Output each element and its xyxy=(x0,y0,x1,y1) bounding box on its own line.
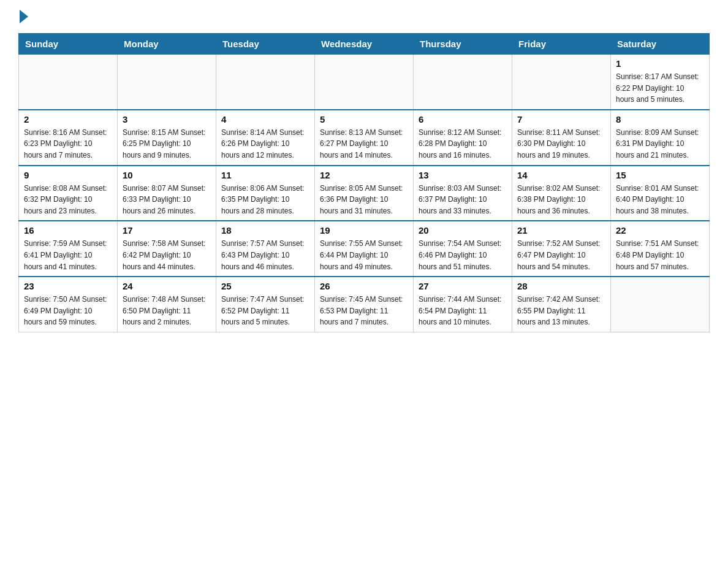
day-number: 9 xyxy=(24,170,112,180)
day-info: Sunrise: 8:13 AM Sunset: 6:27 PM Dayligh… xyxy=(320,127,408,161)
day-number: 24 xyxy=(123,281,211,291)
calendar-cell-week1-day5 xyxy=(414,55,512,110)
calendar-cell-week3-day7: 15Sunrise: 8:01 AM Sunset: 6:40 PM Dayli… xyxy=(611,166,710,221)
logo-arrow-icon xyxy=(20,10,28,23)
day-number: 20 xyxy=(419,225,507,236)
calendar-cell-week2-day5: 6Sunrise: 8:12 AM Sunset: 6:28 PM Daylig… xyxy=(414,110,512,166)
day-info: Sunrise: 8:09 AM Sunset: 6:31 PM Dayligh… xyxy=(616,127,704,161)
day-info: Sunrise: 8:14 AM Sunset: 6:26 PM Dayligh… xyxy=(221,127,309,161)
day-number: 26 xyxy=(320,281,408,291)
day-info: Sunrise: 7:47 AM Sunset: 6:52 PM Dayligh… xyxy=(221,294,309,328)
day-info: Sunrise: 8:07 AM Sunset: 6:33 PM Dayligh… xyxy=(123,183,211,217)
day-number: 19 xyxy=(320,225,408,236)
day-number: 11 xyxy=(221,170,309,180)
page-header xyxy=(18,12,710,23)
day-info: Sunrise: 8:02 AM Sunset: 6:38 PM Dayligh… xyxy=(517,183,605,217)
calendar-cell-week2-day1: 2Sunrise: 8:16 AM Sunset: 6:23 PM Daylig… xyxy=(19,110,118,166)
day-number: 14 xyxy=(517,170,605,180)
logo xyxy=(18,12,28,23)
calendar-week-row-5: 23Sunrise: 7:50 AM Sunset: 6:49 PM Dayli… xyxy=(19,277,710,332)
calendar-cell-week3-day5: 13Sunrise: 8:03 AM Sunset: 6:37 PM Dayli… xyxy=(414,166,512,221)
day-info: Sunrise: 7:59 AM Sunset: 6:41 PM Dayligh… xyxy=(24,238,112,272)
weekday-header-wednesday: Wednesday xyxy=(315,34,414,55)
calendar-week-row-1: 1Sunrise: 8:17 AM Sunset: 6:22 PM Daylig… xyxy=(19,55,710,110)
calendar-cell-week5-day2: 24Sunrise: 7:48 AM Sunset: 6:50 PM Dayli… xyxy=(118,277,216,332)
calendar-cell-week5-day7 xyxy=(611,277,710,332)
day-info: Sunrise: 7:57 AM Sunset: 6:43 PM Dayligh… xyxy=(221,238,309,272)
calendar-cell-week2-day3: 4Sunrise: 8:14 AM Sunset: 6:26 PM Daylig… xyxy=(216,110,315,166)
calendar-cell-week5-day6: 28Sunrise: 7:42 AM Sunset: 6:55 PM Dayli… xyxy=(512,277,611,332)
day-number: 2 xyxy=(24,114,112,124)
day-number: 17 xyxy=(123,225,211,236)
day-number: 1 xyxy=(616,58,704,69)
calendar-cell-week5-day4: 26Sunrise: 7:45 AM Sunset: 6:53 PM Dayli… xyxy=(315,277,414,332)
calendar-table: SundayMondayTuesdayWednesdayThursdayFrid… xyxy=(18,33,710,332)
calendar-cell-week5-day5: 27Sunrise: 7:44 AM Sunset: 6:54 PM Dayli… xyxy=(414,277,512,332)
day-info: Sunrise: 7:44 AM Sunset: 6:54 PM Dayligh… xyxy=(419,294,507,328)
day-info: Sunrise: 7:50 AM Sunset: 6:49 PM Dayligh… xyxy=(24,294,112,328)
day-info: Sunrise: 7:51 AM Sunset: 6:48 PM Dayligh… xyxy=(616,238,704,272)
day-info: Sunrise: 7:55 AM Sunset: 6:44 PM Dayligh… xyxy=(320,238,408,272)
day-number: 21 xyxy=(517,225,605,236)
day-info: Sunrise: 7:42 AM Sunset: 6:55 PM Dayligh… xyxy=(517,294,605,328)
calendar-cell-week5-day1: 23Sunrise: 7:50 AM Sunset: 6:49 PM Dayli… xyxy=(19,277,118,332)
day-number: 28 xyxy=(517,281,605,291)
day-info: Sunrise: 8:12 AM Sunset: 6:28 PM Dayligh… xyxy=(419,127,507,161)
day-info: Sunrise: 8:08 AM Sunset: 6:32 PM Dayligh… xyxy=(24,183,112,217)
day-number: 3 xyxy=(123,114,211,124)
day-number: 5 xyxy=(320,114,408,124)
weekday-header-friday: Friday xyxy=(512,34,611,55)
day-info: Sunrise: 8:17 AM Sunset: 6:22 PM Dayligh… xyxy=(616,71,704,105)
weekday-header-tuesday: Tuesday xyxy=(216,34,315,55)
calendar-cell-week3-day4: 12Sunrise: 8:05 AM Sunset: 6:36 PM Dayli… xyxy=(315,166,414,221)
day-number: 15 xyxy=(616,170,704,180)
day-info: Sunrise: 8:01 AM Sunset: 6:40 PM Dayligh… xyxy=(616,183,704,217)
calendar-week-row-4: 16Sunrise: 7:59 AM Sunset: 6:41 PM Dayli… xyxy=(19,221,710,277)
day-number: 7 xyxy=(517,114,605,124)
day-info: Sunrise: 8:05 AM Sunset: 6:36 PM Dayligh… xyxy=(320,183,408,217)
calendar-cell-week3-day3: 11Sunrise: 8:06 AM Sunset: 6:35 PM Dayli… xyxy=(216,166,315,221)
weekday-header-saturday: Saturday xyxy=(611,34,710,55)
calendar-week-row-2: 2Sunrise: 8:16 AM Sunset: 6:23 PM Daylig… xyxy=(19,110,710,166)
day-info: Sunrise: 8:16 AM Sunset: 6:23 PM Dayligh… xyxy=(24,127,112,161)
calendar-cell-week4-day3: 18Sunrise: 7:57 AM Sunset: 6:43 PM Dayli… xyxy=(216,221,315,277)
day-info: Sunrise: 8:15 AM Sunset: 6:25 PM Dayligh… xyxy=(123,127,211,161)
calendar-cell-week4-day6: 21Sunrise: 7:52 AM Sunset: 6:47 PM Dayli… xyxy=(512,221,611,277)
calendar-cell-week4-day2: 17Sunrise: 7:58 AM Sunset: 6:42 PM Dayli… xyxy=(118,221,216,277)
weekday-header-row: SundayMondayTuesdayWednesdayThursdayFrid… xyxy=(19,34,710,55)
calendar-cell-week3-day6: 14Sunrise: 8:02 AM Sunset: 6:38 PM Dayli… xyxy=(512,166,611,221)
calendar-cell-week2-day2: 3Sunrise: 8:15 AM Sunset: 6:25 PM Daylig… xyxy=(118,110,216,166)
calendar-cell-week4-day4: 19Sunrise: 7:55 AM Sunset: 6:44 PM Dayli… xyxy=(315,221,414,277)
weekday-header-sunday: Sunday xyxy=(19,34,118,55)
day-number: 16 xyxy=(24,225,112,236)
weekday-header-thursday: Thursday xyxy=(414,34,512,55)
day-info: Sunrise: 7:52 AM Sunset: 6:47 PM Dayligh… xyxy=(517,238,605,272)
calendar-cell-week3-day2: 10Sunrise: 8:07 AM Sunset: 6:33 PM Dayli… xyxy=(118,166,216,221)
day-info: Sunrise: 8:03 AM Sunset: 6:37 PM Dayligh… xyxy=(419,183,507,217)
day-number: 23 xyxy=(24,281,112,291)
day-number: 18 xyxy=(221,225,309,236)
calendar-cell-week2-day6: 7Sunrise: 8:11 AM Sunset: 6:30 PM Daylig… xyxy=(512,110,611,166)
day-info: Sunrise: 8:11 AM Sunset: 6:30 PM Dayligh… xyxy=(517,127,605,161)
day-number: 4 xyxy=(221,114,309,124)
calendar-cell-week2-day7: 8Sunrise: 8:09 AM Sunset: 6:31 PM Daylig… xyxy=(611,110,710,166)
calendar-cell-week5-day3: 25Sunrise: 7:47 AM Sunset: 6:52 PM Dayli… xyxy=(216,277,315,332)
day-number: 13 xyxy=(419,170,507,180)
calendar-cell-week3-day1: 9Sunrise: 8:08 AM Sunset: 6:32 PM Daylig… xyxy=(19,166,118,221)
day-info: Sunrise: 7:54 AM Sunset: 6:46 PM Dayligh… xyxy=(419,238,507,272)
calendar-cell-week2-day4: 5Sunrise: 8:13 AM Sunset: 6:27 PM Daylig… xyxy=(315,110,414,166)
calendar-cell-week4-day7: 22Sunrise: 7:51 AM Sunset: 6:48 PM Dayli… xyxy=(611,221,710,277)
calendar-cell-week1-day4 xyxy=(315,55,414,110)
day-number: 12 xyxy=(320,170,408,180)
calendar-cell-week4-day1: 16Sunrise: 7:59 AM Sunset: 6:41 PM Dayli… xyxy=(19,221,118,277)
calendar-week-row-3: 9Sunrise: 8:08 AM Sunset: 6:32 PM Daylig… xyxy=(19,166,710,221)
day-number: 27 xyxy=(419,281,507,291)
day-number: 25 xyxy=(221,281,309,291)
day-info: Sunrise: 7:58 AM Sunset: 6:42 PM Dayligh… xyxy=(123,238,211,272)
calendar-cell-week1-day7: 1Sunrise: 8:17 AM Sunset: 6:22 PM Daylig… xyxy=(611,55,710,110)
calendar-cell-week4-day5: 20Sunrise: 7:54 AM Sunset: 6:46 PM Dayli… xyxy=(414,221,512,277)
day-number: 10 xyxy=(123,170,211,180)
calendar-cell-week1-day2 xyxy=(118,55,216,110)
calendar-cell-week1-day3 xyxy=(216,55,315,110)
day-info: Sunrise: 7:48 AM Sunset: 6:50 PM Dayligh… xyxy=(123,294,211,328)
